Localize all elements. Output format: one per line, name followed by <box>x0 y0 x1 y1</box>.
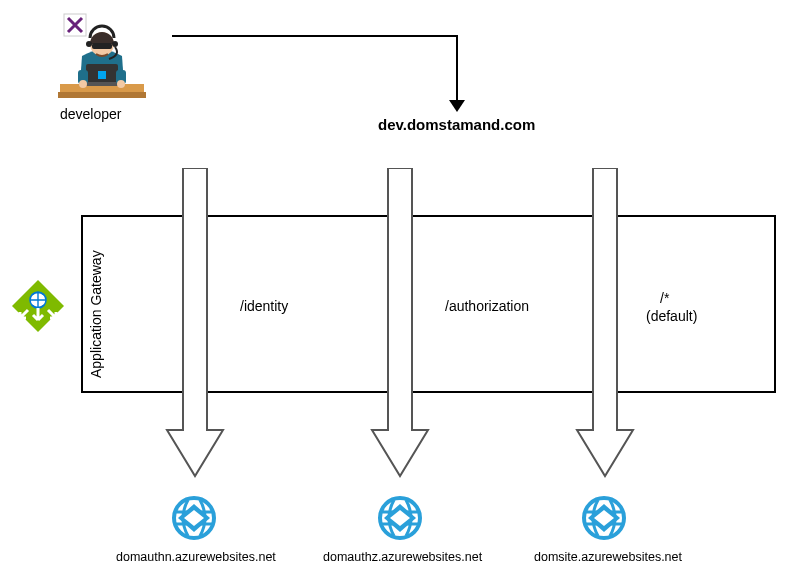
svg-rect-9 <box>82 82 122 86</box>
route-arrow-authorization <box>370 168 430 478</box>
app-service-icon <box>170 494 218 542</box>
flow-arrowhead-icon <box>449 100 465 112</box>
svg-point-6 <box>112 41 118 47</box>
svg-rect-14 <box>52 278 66 291</box>
application-gateway-label: Application Gateway <box>88 232 104 378</box>
route-arrow-identity <box>165 168 225 478</box>
developer-label: developer <box>60 106 122 122</box>
route-label-identity: /identity <box>240 298 288 314</box>
svg-point-13 <box>117 80 125 88</box>
route-label-authorization: /authorization <box>445 298 529 314</box>
svg-rect-1 <box>58 92 146 98</box>
domain-title: dev.domstamand.com <box>378 116 535 133</box>
application-gateway-label-wrap: Application Gateway <box>88 232 106 378</box>
svg-rect-4 <box>92 43 112 49</box>
flow-arrow-horizontal <box>172 35 458 37</box>
backend-label-authz: domauthz.azurewebsites.net <box>323 550 482 564</box>
developer-icon <box>52 6 152 102</box>
app-service-icon <box>376 494 424 542</box>
backend-label-site: domsite.azurewebsites.net <box>534 550 682 564</box>
application-gateway-icon <box>10 278 66 334</box>
svg-point-12 <box>79 80 87 88</box>
app-service-icon <box>580 494 628 542</box>
flow-arrow-vertical <box>456 35 458 103</box>
route-label-default-1: /* <box>660 290 669 306</box>
svg-point-5 <box>86 41 92 47</box>
route-arrow-default <box>575 168 635 478</box>
route-label-default-2: (default) <box>646 308 697 324</box>
backend-label-authn: domauthn.azurewebsites.net <box>116 550 276 564</box>
svg-rect-8 <box>98 71 106 79</box>
